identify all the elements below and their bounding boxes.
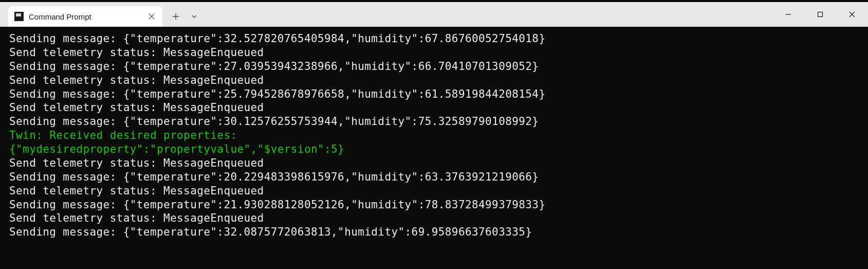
- terminal-line: Sending message: {"temperature":27.03953…: [9, 60, 859, 74]
- terminal-line: Send telemetry status: MessageEnqueued: [9, 46, 859, 60]
- tab-command-prompt[interactable]: Command Prompt: [8, 6, 162, 27]
- tab-close-button[interactable]: [147, 12, 156, 21]
- terminal-window: Command Prompt Sending messa: [0, 0, 868, 269]
- terminal-line: Sending message: {"temperature":20.22948…: [9, 170, 859, 184]
- tab-dropdown-button[interactable]: [185, 7, 204, 26]
- tab-title: Command Prompt: [29, 12, 142, 21]
- terminal-line: Send telemetry status: MessageEnqueued: [9, 74, 859, 87]
- titlebar: Command Prompt: [0, 0, 868, 27]
- terminal-line: Sending message: {"temperature":30.12576…: [9, 115, 859, 129]
- terminal-output[interactable]: Sending message: {"temperature":32.52782…: [0, 27, 868, 269]
- terminal-line: Sending message: {"temperature":32.08757…: [9, 225, 859, 239]
- svg-rect-0: [818, 12, 823, 17]
- terminal-line: Send telemetry status: MessageEnqueued: [9, 156, 859, 170]
- new-tab-button[interactable]: [167, 7, 185, 26]
- cmd-icon: [14, 12, 24, 21]
- tab-strip: Command Prompt: [0, 2, 204, 27]
- terminal-line: Send telemetry status: MessageEnqueued: [9, 211, 859, 225]
- terminal-line: Send telemetry status: MessageEnqueued: [9, 184, 859, 198]
- terminal-line: {"mydesiredproperty":"propertyvalue","$v…: [9, 142, 859, 156]
- terminal-line: Sending message: {"temperature":21.93028…: [9, 198, 859, 212]
- minimize-button[interactable]: [772, 2, 804, 27]
- terminal-line: Sending message: {"temperature":25.79452…: [9, 87, 859, 101]
- close-window-button[interactable]: [836, 2, 868, 27]
- terminal-line: Send telemetry status: MessageEnqueued: [9, 101, 859, 115]
- window-controls: [772, 2, 868, 27]
- maximize-button[interactable]: [804, 2, 836, 27]
- terminal-line: Twin: Received desired properties:: [9, 129, 859, 142]
- terminal-line: Sending message: {"temperature":32.52782…: [9, 32, 859, 46]
